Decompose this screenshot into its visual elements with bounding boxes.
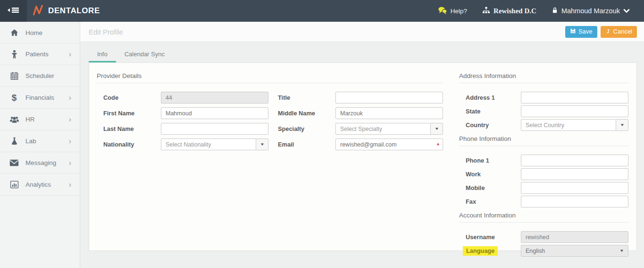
navbar-right: Help? Rewished D.C: [438, 6, 644, 16]
sidebar-item-label: Analytics: [25, 181, 69, 188]
language-select[interactable]: English ▼: [521, 245, 628, 257]
users-icon: [9, 115, 19, 124]
sidebar: Home Patients › Scheduler: [0, 22, 80, 268]
sidebar-item-analytics[interactable]: Analytics ›: [0, 174, 80, 196]
chevron-right-icon: ›: [69, 159, 72, 167]
email-input[interactable]: [335, 138, 443, 150]
caret-down-icon: ▼: [616, 249, 628, 253]
middle-name-label: Middle Name: [271, 110, 335, 117]
country-selected-value: Select Country: [521, 122, 616, 129]
bar-chart-icon: [9, 180, 19, 190]
username-input: [521, 231, 628, 243]
phone1-label: Phone 1: [459, 157, 521, 164]
sidebar-item-patients[interactable]: Patients ›: [0, 43, 80, 65]
caret-down-icon[interactable]: ▼: [616, 120, 628, 130]
tab-info[interactable]: Info: [89, 47, 116, 62]
sidebar-item-financials[interactable]: $ Financials ›: [0, 87, 80, 109]
code-label: Code: [97, 94, 161, 101]
save-button[interactable]: Save: [565, 26, 597, 38]
first-name-input[interactable]: [161, 107, 268, 119]
middle-name-input[interactable]: [335, 107, 443, 119]
chevron-right-icon: ›: [69, 51, 72, 58]
sidebar-item-hr[interactable]: HR ›: [0, 109, 80, 130]
country-select[interactable]: Select Country ▼: [521, 119, 628, 131]
specialty-selected-value: Select Specialty: [336, 126, 430, 132]
phone1-input[interactable]: [521, 155, 628, 166]
user-name: Mahmoud Marzouk: [561, 7, 620, 15]
sidebar-item-label: HR: [25, 116, 69, 123]
profile-form-panel: Provider Details Code Title First Name: [89, 62, 637, 251]
specialty-select[interactable]: Select Specialty ▼: [335, 123, 443, 135]
tab-calendar-sync[interactable]: Calendar Sync: [116, 47, 173, 62]
sidebar-item-label: Financials: [25, 94, 69, 101]
sidebar-toggle-button[interactable]: [0, 0, 27, 22]
brand-logo-icon: [32, 4, 44, 18]
state-input[interactable]: [521, 105, 628, 117]
last-name-input[interactable]: [161, 123, 268, 135]
sidebar-item-label: Home: [25, 29, 72, 36]
chevron-right-icon: ›: [69, 138, 72, 145]
brand[interactable]: DENTALORE: [32, 4, 100, 18]
brand-name: DENTALORE: [48, 6, 100, 16]
address1-label: Address 1: [459, 94, 521, 101]
caret-down-icon[interactable]: ▼: [430, 123, 443, 134]
email-label: Email: [271, 141, 335, 148]
sidebar-item-lab[interactable]: Lab ›: [0, 130, 80, 152]
work-label: Work: [459, 171, 521, 178]
top-navbar: DENTALORE Help?: [0, 0, 644, 22]
provider-details-section: Provider Details Code Title First Name: [97, 72, 443, 258]
sidebar-item-scheduler[interactable]: Scheduler: [0, 65, 80, 87]
language-label-wrap: Language: [459, 246, 521, 256]
work-input[interactable]: [521, 168, 628, 180]
code-input: [161, 92, 268, 104]
chevron-right-icon: ›: [69, 116, 72, 123]
lock-icon: [552, 7, 558, 16]
envelope-icon: [9, 158, 19, 168]
language-label-highlighted: Language: [463, 246, 498, 256]
patient-icon: [9, 50, 19, 59]
nationality-selected-value: Select Nationality: [161, 141, 256, 148]
nationality-select[interactable]: Select Nationality ▼: [161, 138, 268, 150]
chevron-right-icon: ›: [69, 181, 72, 189]
fax-input[interactable]: [521, 196, 628, 207]
last-name-label: Last Name: [97, 125, 161, 132]
dollar-icon: $: [9, 93, 19, 103]
title-input[interactable]: [335, 92, 443, 104]
specialty-label: Specialty: [271, 125, 335, 132]
clinic-link[interactable]: Rewished D.C: [482, 6, 536, 16]
user-menu[interactable]: Mahmoud Marzouk: [552, 7, 630, 16]
nationality-label: Nationality: [97, 141, 161, 148]
address1-input[interactable]: [521, 92, 628, 104]
help-link[interactable]: Help?: [438, 6, 467, 16]
mobile-input[interactable]: [521, 182, 628, 194]
cancel-button[interactable]: Cancel: [601, 26, 637, 38]
fax-label: Fax: [459, 198, 521, 205]
language-selected-value: English: [521, 248, 616, 254]
save-label: Save: [578, 28, 593, 35]
chevron-right-icon: ›: [69, 94, 72, 102]
flask-icon: [9, 137, 19, 146]
state-label: State: [459, 108, 521, 115]
header-actions: Save Cancel: [565, 26, 637, 38]
tab-calendar-sync-label: Calendar Sync: [125, 51, 165, 58]
help-label: Help?: [451, 8, 467, 15]
sidebar-item-label: Messaging: [25, 159, 69, 166]
clinic-sitemap-icon: [482, 6, 490, 16]
content-header: Edit Profile Save: [80, 22, 644, 42]
help-chat-icon: [438, 6, 447, 16]
title-label: Title: [271, 94, 335, 101]
provider-details-title: Provider Details: [97, 72, 443, 83]
first-name-label: First Name: [97, 110, 161, 117]
sidebar-item-home[interactable]: Home: [0, 22, 80, 43]
caret-down-icon[interactable]: ▼: [256, 139, 268, 150]
main-content: Edit Profile Save: [80, 22, 644, 268]
save-floppy-icon: [570, 28, 576, 35]
page-title: Edit Profile: [89, 28, 123, 36]
sidebar-item-messaging[interactable]: Messaging ›: [0, 152, 80, 174]
chevron-down-icon: [623, 8, 630, 15]
sidebar-item-label: Patients: [25, 51, 69, 58]
account-information-title: Account Information: [459, 212, 629, 223]
cancel-label: Cancel: [613, 28, 632, 35]
cancel-arrow-icon: [605, 28, 611, 35]
clinic-name: Rewished D.C: [493, 7, 536, 15]
